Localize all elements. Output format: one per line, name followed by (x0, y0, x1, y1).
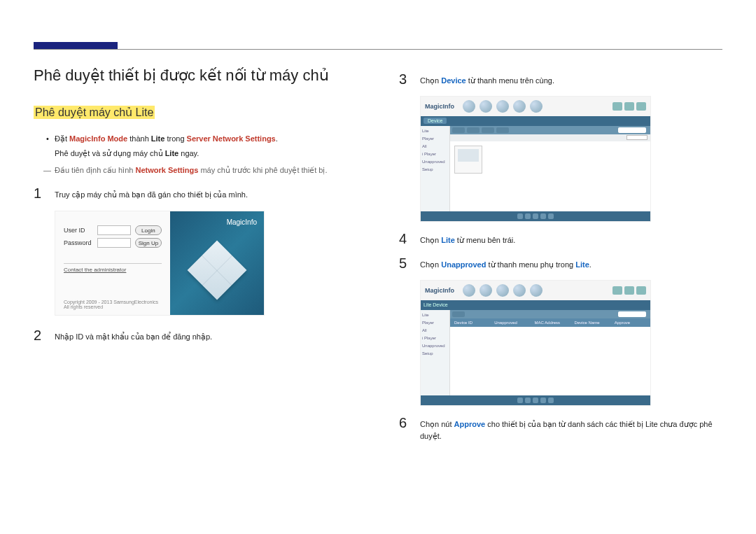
tab-item[interactable]: Lite Device (424, 302, 448, 307)
header-icon[interactable] (479, 100, 492, 113)
table-header: Device ID Unapproved MAC Address Device … (450, 318, 650, 327)
login-screenshot: User ID Login Password Sign Up Contact t… (55, 211, 265, 316)
text: Đặt (55, 134, 69, 143)
magicinfo-mode-label: MagicInfo Mode (69, 134, 127, 143)
header-control[interactable] (624, 102, 634, 111)
page-rule (34, 49, 722, 50)
tab-device[interactable]: Device (424, 118, 447, 124)
app-tabs: Device (421, 116, 650, 126)
sidebar-item[interactable]: Unapproved (422, 344, 448, 348)
footer-btn[interactable] (533, 398, 538, 403)
sidebar-item[interactable]: Player (422, 321, 448, 325)
password-input[interactable] (97, 238, 131, 248)
login-footer: Copyright 2009 - 2013 SamsungElectronics… (64, 300, 162, 309)
sidebar-item[interactable]: All (422, 328, 448, 332)
device-card[interactable] (454, 146, 482, 174)
app-brand: MagicInfo (425, 287, 454, 294)
approve-label: Approve (454, 420, 486, 428)
header-icon[interactable] (496, 100, 509, 113)
toolbar-btn[interactable] (452, 311, 465, 317)
app-sidebar: Lite Player All i Player Unapproved Setu… (421, 126, 450, 211)
footer-btn[interactable] (517, 398, 523, 403)
sidebar-item[interactable]: All (422, 144, 448, 148)
footer-btn[interactable] (525, 398, 531, 403)
toolbar-search[interactable] (618, 127, 646, 133)
diamond-icon (188, 241, 247, 300)
sidebar-item[interactable]: Unapproved (422, 160, 448, 164)
toolbar-btn[interactable] (496, 127, 509, 133)
app-main (450, 126, 650, 211)
sidebar-item[interactable]: i Player (422, 336, 448, 340)
footer-btn[interactable] (525, 213, 531, 219)
device-label: Device (441, 76, 465, 85)
intro-bullet: Đặt MagicInfo Mode thành Lite trong Serv… (34, 133, 357, 145)
step-text: Chọn Device từ thanh menu trên cùng. (420, 72, 554, 87)
text: từ thanh menu phụ trong (486, 260, 575, 269)
footer-btn[interactable] (517, 213, 523, 219)
unapproved-label: Unapproved (441, 260, 486, 269)
signup-button[interactable]: Sign Up (135, 238, 162, 248)
text: máy chủ trước khi phê duyệt thiết bị. (198, 166, 327, 174)
header-icon[interactable] (530, 100, 542, 113)
text: . (589, 260, 592, 269)
header-icon[interactable] (496, 284, 509, 297)
step-number: 6 (399, 416, 407, 430)
text: Chọn nút (420, 420, 454, 428)
th-device-id: Device ID (450, 321, 490, 325)
app-sidebar: Lite Player All i Player Unapproved Setu… (421, 310, 450, 395)
step-text: Chọn nút Approve cho thiết bị của bạn từ… (420, 416, 722, 443)
header-icon[interactable] (530, 284, 542, 297)
toolbar-btn[interactable] (467, 127, 479, 133)
header-icon[interactable] (479, 284, 492, 297)
step-6: 6 Chọn nút Approve cho thiết bị của bạn … (399, 416, 722, 443)
toolbar-btn[interactable] (482, 127, 494, 133)
text: . (276, 134, 278, 143)
password-row: Password Sign Up (64, 238, 162, 248)
app-footer (421, 395, 650, 405)
app-tabs: Lite Device (421, 300, 650, 310)
section-subheading: Phê duyệt máy chủ Lite (34, 106, 155, 119)
app-brand: MagicInfo (425, 103, 454, 110)
footer-btn[interactable] (533, 213, 538, 219)
contact-admin-link[interactable]: Contact the administrator (64, 263, 162, 273)
th-unapproved: Unapproved (490, 321, 530, 325)
lite-label: Lite (441, 236, 455, 244)
text: Chọn (420, 236, 441, 244)
network-settings-label: Network Settings (135, 166, 198, 174)
sidebar-item[interactable]: Lite (422, 313, 448, 317)
app-main: Device ID Unapproved MAC Address Device … (450, 310, 650, 395)
sidebar-item[interactable]: Setup (422, 351, 448, 356)
login-branding-panel: MagicInfo (170, 211, 264, 315)
footer-btn[interactable] (540, 213, 546, 219)
user-id-input[interactable] (97, 225, 131, 235)
note-line: Đầu tiên định cấu hình Network Settings … (34, 164, 357, 176)
server-network-settings-label: Server Network Settings (187, 134, 276, 143)
sidebar-item[interactable]: Setup (422, 167, 448, 171)
toolbar-btn[interactable] (452, 127, 465, 133)
step-4: 4 Chọn Lite từ menu bên trái. (399, 232, 722, 247)
header-right-controls (612, 102, 646, 111)
header-icon-group (463, 284, 542, 297)
header-icon[interactable] (513, 284, 526, 297)
text: Đầu tiên định cấu hình (55, 166, 135, 174)
header-icon[interactable] (463, 100, 475, 113)
header-control[interactable] (612, 286, 622, 295)
sidebar-item[interactable]: Lite (422, 129, 448, 133)
app-header: MagicInfo (421, 281, 650, 300)
login-button[interactable]: Login (135, 225, 162, 235)
header-control[interactable] (612, 102, 622, 111)
footer-btn[interactable] (548, 398, 554, 403)
header-icon[interactable] (463, 284, 475, 297)
footer-btn[interactable] (540, 398, 546, 403)
header-icon[interactable] (513, 100, 526, 113)
toolbar-search[interactable] (618, 311, 646, 317)
header-control[interactable] (624, 286, 634, 295)
step-1: 1 Truy cập máy chủ mà bạn đã gán cho thi… (34, 186, 357, 202)
sidebar-item[interactable]: Player (422, 136, 448, 141)
sidebar-item[interactable]: i Player (422, 152, 448, 156)
filter-select[interactable] (626, 135, 648, 140)
header-control[interactable] (636, 286, 646, 295)
footer-btn[interactable] (548, 213, 554, 219)
step-number: 1 (34, 186, 42, 200)
header-control[interactable] (636, 102, 646, 111)
